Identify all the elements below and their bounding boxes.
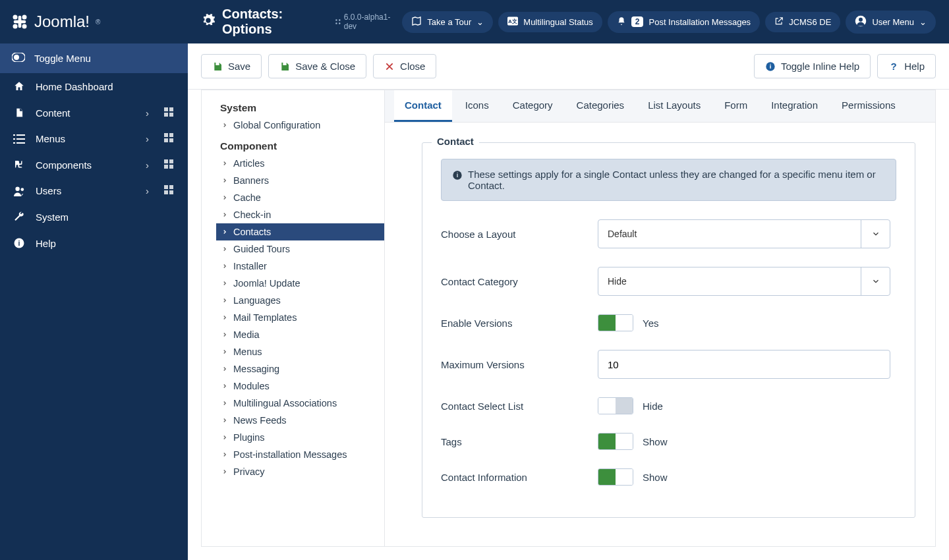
save-button[interactable]: Save — [201, 54, 262, 78]
switch-contact-info[interactable] — [598, 468, 633, 486]
tab[interactable]: Permissions — [831, 90, 906, 122]
svg-rect-25 — [169, 165, 173, 169]
toggle-menu[interactable]: Toggle Menu — [0, 43, 188, 73]
config-item[interactable]: Multilingual Associations — [220, 395, 384, 412]
svg-text:i: i — [457, 172, 459, 179]
svg-rect-19 — [169, 133, 173, 137]
config-item[interactable]: Installer — [220, 258, 384, 275]
config-item[interactable]: Mail Templates — [220, 309, 384, 326]
config-item[interactable]: Media — [220, 326, 384, 343]
multilingual-button[interactable]: A文 Multilingual Status — [498, 12, 602, 32]
chevron-right-icon — [221, 364, 229, 374]
config-item[interactable]: Post-installation Messages — [220, 446, 384, 463]
svg-point-37 — [339, 22, 340, 24]
tab[interactable]: List Layouts — [637, 90, 711, 122]
label-select-list: Contact Select List — [441, 401, 598, 412]
select-layout[interactable]: Default — [598, 219, 890, 248]
svg-rect-24 — [164, 165, 168, 169]
gear-icon — [201, 13, 216, 31]
chevron-right-icon — [221, 398, 229, 408]
dashboard-icon[interactable] — [164, 133, 176, 144]
config-item[interactable]: Contacts — [216, 223, 384, 240]
svg-rect-31 — [169, 190, 173, 194]
config-item[interactable]: Privacy — [220, 463, 384, 480]
config-item[interactable]: Banners — [220, 172, 384, 189]
chevron-right-icon — [221, 278, 229, 289]
config-item[interactable]: Languages — [220, 292, 384, 309]
label-enable-versions: Enable Versions — [441, 318, 598, 329]
save-icon — [212, 61, 223, 72]
config-item[interactable]: Check-in — [220, 206, 384, 223]
switch-select-list[interactable] — [598, 397, 633, 414]
tab[interactable]: Form — [714, 90, 758, 122]
svg-text:i: i — [18, 239, 20, 247]
toggle-menu-label: Toggle Menu — [34, 53, 91, 64]
language-icon: A文 — [507, 16, 518, 28]
svg-point-41 — [859, 17, 863, 21]
map-icon — [411, 16, 422, 28]
joomla-mini-icon — [335, 18, 341, 26]
post-install-button[interactable]: 2 Post Installation Messages — [608, 11, 760, 33]
svg-rect-20 — [164, 138, 168, 142]
svg-rect-30 — [164, 190, 168, 194]
tab[interactable]: Category — [502, 90, 563, 122]
config-item[interactable]: News Feeds — [220, 412, 384, 429]
switch-tags[interactable] — [598, 433, 633, 450]
sidebar-item-system[interactable]: System — [0, 204, 188, 230]
config-item[interactable]: Modules — [220, 378, 384, 395]
sidebar-item-components[interactable]: Components › — [0, 152, 188, 178]
sidebar-item-help[interactable]: i Help — [0, 230, 188, 256]
dashboard-icon[interactable] — [164, 159, 176, 171]
version-badge: 6.0.0-alpha1-dev — [335, 13, 391, 31]
chevron-right-icon — [221, 244, 229, 254]
label-max-versions: Maximum Versions — [441, 359, 598, 370]
wrench-icon — [12, 211, 26, 223]
svg-point-1 — [22, 15, 27, 20]
config-heading-component: Component — [220, 140, 384, 152]
svg-point-34 — [335, 19, 337, 20]
tab[interactable]: Contact — [394, 90, 452, 122]
dashboard-icon[interactable] — [164, 185, 176, 196]
svg-rect-16 — [13, 142, 15, 144]
sidebar-item-home[interactable]: Home Dashboard — [0, 73, 188, 99]
user-menu-button[interactable]: User Menu ⌄ — [846, 11, 936, 34]
config-sidebar: System Global Configuration Component Ar… — [201, 90, 384, 547]
svg-rect-22 — [164, 159, 168, 163]
info-icon: i — [765, 61, 776, 72]
config-item[interactable]: Messaging — [220, 360, 384, 378]
label-tags: Tags — [441, 436, 598, 447]
tab[interactable]: Integration — [761, 90, 828, 122]
switch-enable-versions[interactable] — [598, 314, 633, 331]
svg-rect-23 — [169, 159, 173, 163]
chevron-right-icon — [221, 449, 229, 460]
config-item[interactable]: Joomla! Update — [220, 275, 384, 292]
tab[interactable]: Categories — [566, 90, 635, 122]
svg-point-36 — [335, 22, 337, 24]
label-layout: Choose a Layout — [441, 229, 598, 240]
config-item[interactable]: Articles — [220, 155, 384, 172]
close-button[interactable]: Close — [373, 54, 436, 78]
sidebar-item-content[interactable]: Content › — [0, 99, 188, 126]
input-max-versions[interactable] — [598, 350, 890, 379]
config-item[interactable]: Guided Tours — [220, 240, 384, 258]
sidebar-item-users[interactable]: Users › — [0, 178, 188, 204]
list-icon — [12, 134, 26, 144]
tab[interactable]: Icons — [455, 90, 500, 122]
config-item[interactable]: Menus — [220, 343, 384, 360]
select-category[interactable]: Hide — [598, 267, 890, 296]
label-contact-info: Contact Information — [441, 472, 598, 483]
sidebar-item-menus[interactable]: Menus › — [0, 126, 188, 152]
config-item[interactable]: Plugins — [220, 429, 384, 446]
site-link-button[interactable]: JCMS6 DE — [765, 12, 840, 32]
toolbar: Save Save & Close Close i Toggle Inline … — [188, 43, 949, 90]
take-tour-button[interactable]: Take a Tour ⌄ — [402, 11, 493, 33]
chevron-right-icon — [221, 295, 229, 306]
config-item[interactable]: Cache — [220, 189, 384, 206]
toggle-inline-help-button[interactable]: i Toggle Inline Help — [754, 54, 871, 78]
help-button[interactable]: ? Help — [877, 54, 936, 78]
save-close-button[interactable]: Save & Close — [268, 54, 366, 78]
brand[interactable]: Joomla!® — [0, 0, 188, 43]
config-item[interactable]: Global Configuration — [220, 117, 384, 134]
dashboard-icon[interactable] — [164, 107, 176, 119]
fieldset-contact: Contact i These settings apply for a sin… — [422, 142, 915, 518]
